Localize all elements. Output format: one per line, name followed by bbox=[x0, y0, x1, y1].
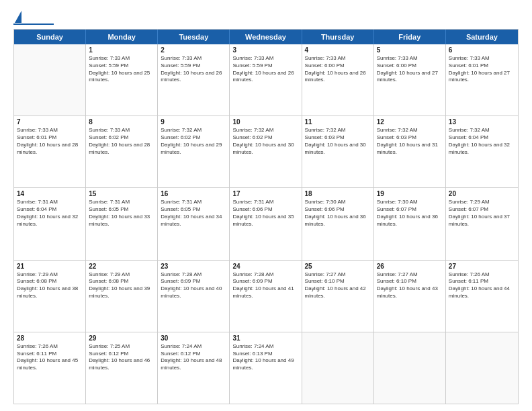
day-number: 27 bbox=[449, 263, 515, 270]
calendar-week-5: 28Sunrise: 7:26 AM Sunset: 6:11 PM Dayli… bbox=[14, 332, 518, 404]
cell-sun-info: Sunrise: 7:33 AM Sunset: 5:59 PM Dayligh… bbox=[161, 55, 226, 84]
cell-sun-info: Sunrise: 7:33 AM Sunset: 6:00 PM Dayligh… bbox=[305, 55, 371, 84]
cell-sun-info: Sunrise: 7:24 AM Sunset: 6:12 PM Dayligh… bbox=[161, 343, 226, 372]
day-number: 8 bbox=[89, 118, 154, 126]
calendar-cell: 20Sunrise: 7:29 AM Sunset: 6:07 PM Dayli… bbox=[446, 188, 518, 259]
calendar-cell: 13Sunrise: 7:32 AM Sunset: 6:04 PM Dayli… bbox=[446, 116, 518, 187]
cell-sun-info: Sunrise: 7:27 AM Sunset: 6:10 PM Dayligh… bbox=[305, 271, 371, 300]
cell-sun-info: Sunrise: 7:31 AM Sunset: 6:04 PM Dayligh… bbox=[17, 199, 83, 228]
calendar-cell: 3Sunrise: 7:33 AM Sunset: 5:59 PM Daylig… bbox=[230, 44, 302, 116]
calendar-cell: 2Sunrise: 7:33 AM Sunset: 5:59 PM Daylig… bbox=[158, 44, 230, 116]
day-number: 2 bbox=[161, 46, 226, 54]
calendar-cell bbox=[14, 44, 86, 116]
calendar-cell: 15Sunrise: 7:31 AM Sunset: 6:05 PM Dayli… bbox=[86, 188, 158, 259]
calendar-week-3: 14Sunrise: 7:31 AM Sunset: 6:04 PM Dayli… bbox=[14, 188, 518, 260]
cell-sun-info: Sunrise: 7:33 AM Sunset: 6:00 PM Dayligh… bbox=[377, 55, 443, 84]
day-number: 18 bbox=[305, 190, 371, 197]
day-number: 24 bbox=[232, 263, 298, 270]
cell-sun-info: Sunrise: 7:28 AM Sunset: 6:09 PM Dayligh… bbox=[161, 271, 226, 300]
cell-sun-info: Sunrise: 7:24 AM Sunset: 6:13 PM Dayligh… bbox=[232, 343, 298, 372]
cell-sun-info: Sunrise: 7:31 AM Sunset: 6:05 PM Dayligh… bbox=[89, 199, 154, 228]
logo-triangle-icon bbox=[15, 11, 21, 23]
cell-sun-info: Sunrise: 7:31 AM Sunset: 6:05 PM Dayligh… bbox=[161, 199, 226, 228]
calendar-header: SundayMondayTuesdayWednesdayThursdayFrid… bbox=[14, 30, 518, 44]
day-number: 28 bbox=[17, 334, 83, 342]
logo-underline bbox=[13, 24, 54, 25]
day-number: 10 bbox=[232, 118, 298, 126]
calendar-cell: 5Sunrise: 7:33 AM Sunset: 6:00 PM Daylig… bbox=[374, 44, 446, 116]
day-number: 29 bbox=[89, 334, 154, 342]
cell-sun-info: Sunrise: 7:26 AM Sunset: 6:11 PM Dayligh… bbox=[17, 343, 83, 372]
header-day-saturday: Saturday bbox=[446, 30, 518, 44]
day-number: 17 bbox=[232, 190, 298, 197]
calendar-cell: 29Sunrise: 7:25 AM Sunset: 6:12 PM Dayli… bbox=[86, 332, 158, 404]
calendar-body: 1Sunrise: 7:33 AM Sunset: 5:59 PM Daylig… bbox=[14, 44, 518, 404]
calendar-cell: 11Sunrise: 7:32 AM Sunset: 6:03 PM Dayli… bbox=[302, 116, 374, 187]
day-number: 5 bbox=[377, 46, 443, 54]
calendar-cell: 17Sunrise: 7:31 AM Sunset: 6:06 PM Dayli… bbox=[230, 188, 302, 259]
day-number: 3 bbox=[232, 46, 298, 54]
calendar-cell: 8Sunrise: 7:33 AM Sunset: 6:02 PM Daylig… bbox=[86, 116, 158, 187]
calendar-cell: 31Sunrise: 7:24 AM Sunset: 6:13 PM Dayli… bbox=[230, 332, 302, 404]
cell-sun-info: Sunrise: 7:30 AM Sunset: 6:06 PM Dayligh… bbox=[305, 199, 371, 228]
calendar-cell: 24Sunrise: 7:28 AM Sunset: 6:09 PM Dayli… bbox=[230, 261, 302, 332]
calendar-week-4: 21Sunrise: 7:29 AM Sunset: 6:08 PM Dayli… bbox=[14, 261, 518, 332]
header-day-tuesday: Tuesday bbox=[158, 30, 230, 44]
cell-sun-info: Sunrise: 7:27 AM Sunset: 6:10 PM Dayligh… bbox=[377, 271, 443, 300]
calendar-cell: 22Sunrise: 7:29 AM Sunset: 6:08 PM Dayli… bbox=[86, 261, 158, 332]
calendar-cell: 12Sunrise: 7:32 AM Sunset: 6:03 PM Dayli… bbox=[374, 116, 446, 187]
calendar-cell: 14Sunrise: 7:31 AM Sunset: 6:04 PM Dayli… bbox=[14, 188, 86, 259]
cell-sun-info: Sunrise: 7:25 AM Sunset: 6:12 PM Dayligh… bbox=[89, 343, 154, 372]
header-day-monday: Monday bbox=[86, 30, 158, 44]
cell-sun-info: Sunrise: 7:31 AM Sunset: 6:06 PM Dayligh… bbox=[232, 199, 298, 228]
calendar-cell: 4Sunrise: 7:33 AM Sunset: 6:00 PM Daylig… bbox=[302, 44, 374, 116]
calendar-cell: 10Sunrise: 7:32 AM Sunset: 6:02 PM Dayli… bbox=[230, 116, 302, 187]
day-number: 30 bbox=[161, 334, 226, 342]
cell-sun-info: Sunrise: 7:28 AM Sunset: 6:09 PM Dayligh… bbox=[232, 271, 298, 300]
calendar-week-1: 1Sunrise: 7:33 AM Sunset: 5:59 PM Daylig… bbox=[14, 44, 518, 116]
calendar-cell: 16Sunrise: 7:31 AM Sunset: 6:05 PM Dayli… bbox=[158, 188, 230, 259]
calendar-page: SundayMondayTuesdayWednesdayThursdayFrid… bbox=[0, 0, 532, 411]
day-number: 1 bbox=[89, 46, 154, 54]
day-number: 21 bbox=[17, 263, 83, 270]
calendar-cell: 18Sunrise: 7:30 AM Sunset: 6:06 PM Dayli… bbox=[302, 188, 374, 259]
day-number: 13 bbox=[449, 118, 515, 126]
day-number: 31 bbox=[232, 334, 298, 342]
cell-sun-info: Sunrise: 7:33 AM Sunset: 5:59 PM Dayligh… bbox=[89, 55, 154, 84]
cell-sun-info: Sunrise: 7:33 AM Sunset: 5:59 PM Dayligh… bbox=[232, 55, 298, 84]
header-day-sunday: Sunday bbox=[14, 30, 86, 44]
calendar-grid: SundayMondayTuesdayWednesdayThursdayFrid… bbox=[13, 29, 519, 404]
calendar-week-2: 7Sunrise: 7:33 AM Sunset: 6:01 PM Daylig… bbox=[14, 116, 518, 188]
cell-sun-info: Sunrise: 7:32 AM Sunset: 6:02 PM Dayligh… bbox=[232, 127, 298, 156]
cell-sun-info: Sunrise: 7:29 AM Sunset: 6:08 PM Dayligh… bbox=[89, 271, 154, 300]
calendar-cell: 1Sunrise: 7:33 AM Sunset: 5:59 PM Daylig… bbox=[86, 44, 158, 116]
cell-sun-info: Sunrise: 7:32 AM Sunset: 6:03 PM Dayligh… bbox=[305, 127, 371, 156]
cell-sun-info: Sunrise: 7:32 AM Sunset: 6:04 PM Dayligh… bbox=[449, 127, 515, 156]
cell-sun-info: Sunrise: 7:33 AM Sunset: 6:02 PM Dayligh… bbox=[89, 127, 154, 156]
calendar-cell bbox=[446, 332, 518, 404]
calendar-cell: 25Sunrise: 7:27 AM Sunset: 6:10 PM Dayli… bbox=[302, 261, 374, 332]
cell-sun-info: Sunrise: 7:30 AM Sunset: 6:07 PM Dayligh… bbox=[377, 199, 443, 228]
day-number: 23 bbox=[161, 263, 226, 270]
day-number: 4 bbox=[305, 46, 371, 54]
day-number: 26 bbox=[377, 263, 443, 270]
day-number: 7 bbox=[17, 118, 83, 126]
day-number: 20 bbox=[449, 190, 515, 197]
calendar-cell: 23Sunrise: 7:28 AM Sunset: 6:09 PM Dayli… bbox=[158, 261, 230, 332]
calendar-cell: 6Sunrise: 7:33 AM Sunset: 6:01 PM Daylig… bbox=[446, 44, 518, 116]
calendar-cell: 30Sunrise: 7:24 AM Sunset: 6:12 PM Dayli… bbox=[158, 332, 230, 404]
cell-sun-info: Sunrise: 7:33 AM Sunset: 6:01 PM Dayligh… bbox=[449, 55, 515, 84]
day-number: 22 bbox=[89, 263, 154, 270]
cell-sun-info: Sunrise: 7:33 AM Sunset: 6:01 PM Dayligh… bbox=[17, 127, 83, 156]
cell-sun-info: Sunrise: 7:29 AM Sunset: 6:07 PM Dayligh… bbox=[449, 199, 515, 228]
day-number: 9 bbox=[161, 118, 226, 126]
calendar-cell: 28Sunrise: 7:26 AM Sunset: 6:11 PM Dayli… bbox=[14, 332, 86, 404]
calendar-cell: 9Sunrise: 7:32 AM Sunset: 6:02 PM Daylig… bbox=[158, 116, 230, 187]
calendar-cell bbox=[374, 332, 446, 404]
header-day-thursday: Thursday bbox=[302, 30, 374, 44]
cell-sun-info: Sunrise: 7:29 AM Sunset: 6:08 PM Dayligh… bbox=[17, 271, 83, 300]
day-number: 12 bbox=[377, 118, 443, 126]
calendar-cell: 26Sunrise: 7:27 AM Sunset: 6:10 PM Dayli… bbox=[374, 261, 446, 332]
day-number: 14 bbox=[17, 190, 83, 197]
header-day-friday: Friday bbox=[374, 30, 446, 44]
